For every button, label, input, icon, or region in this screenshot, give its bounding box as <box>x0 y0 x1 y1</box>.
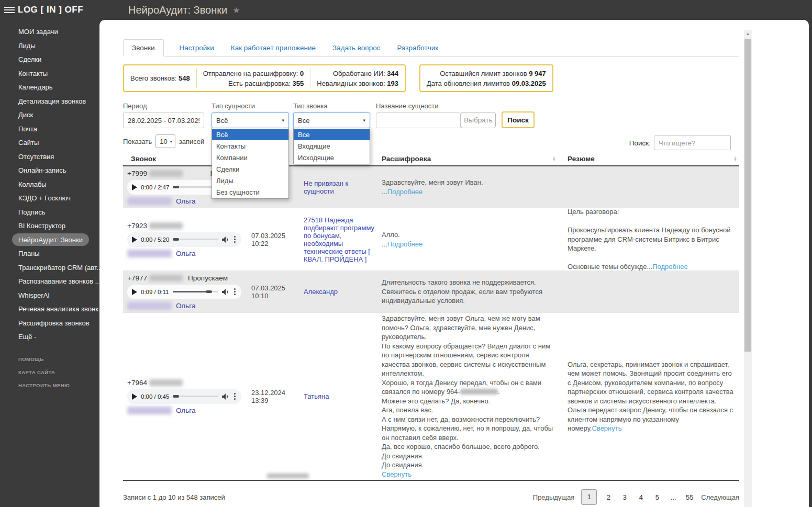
sidebar-item[interactable]: Онлайн-запись <box>12 164 73 177</box>
sidebar-item[interactable]: Лиды <box>12 39 42 52</box>
sidebar-item[interactable]: Коллабы <box>12 178 53 190</box>
audio-progress[interactable] <box>173 396 218 397</box>
sidebar-item[interactable]: НейроАудит: Звонки <box>12 233 89 246</box>
sidebar-item[interactable]: Контакты <box>12 67 54 80</box>
sidebar-item[interactable]: Отсутствия <box>12 150 60 163</box>
sidebar-footer-item[interactable]: КАРТА САЙТА <box>18 366 99 379</box>
sidebar-item[interactable]: Планы <box>12 247 46 260</box>
hamburger-menu-icon[interactable] <box>4 5 15 15</box>
sidebar-item[interactable]: Речевая аналитика звонк... <box>12 303 99 316</box>
choose-button[interactable]: Выбрать <box>461 112 496 128</box>
next-page-button[interactable]: Следующая <box>701 493 739 501</box>
contact-link[interactable]: Ольга <box>176 250 195 257</box>
volume-icon[interactable] <box>222 393 229 400</box>
sidebar-item[interactable]: Почта <box>12 122 43 135</box>
audio-progress[interactable] <box>173 291 219 292</box>
play-icon[interactable] <box>132 184 137 190</box>
audio-player[interactable]: 0:00 / 0:45 <box>127 389 241 404</box>
collapse-link[interactable]: Свернуть <box>592 424 621 432</box>
page-number[interactable]: 3 <box>620 493 629 501</box>
dropdown-option[interactable]: Без сущности <box>212 186 288 198</box>
expand-link[interactable]: Подробнее <box>387 188 422 196</box>
dropdown-option[interactable]: Всё <box>212 129 288 140</box>
entity-name-input[interactable] <box>376 112 461 128</box>
tab[interactable]: Задать вопрос <box>331 40 381 56</box>
sidebar-item[interactable]: МОИ задачи <box>12 26 64 38</box>
volume-icon[interactable] <box>222 289 229 295</box>
audio-progress[interactable] <box>173 239 218 240</box>
sidebar-item[interactable]: Детализация звонков <box>12 95 92 107</box>
sidebar-item[interactable]: WhisperAI <box>12 289 56 301</box>
sidebar-item[interactable]: КЭДО + Госключ <box>12 192 77 205</box>
call-type-select[interactable]: Все▾ <box>293 112 370 128</box>
page-numbers: 12345...55 <box>581 489 694 505</box>
more-options-icon[interactable] <box>233 392 237 401</box>
page-number[interactable]: 55 <box>685 493 694 501</box>
sort-icon[interactable]: ▲▼ <box>552 156 556 161</box>
sidebar-item[interactable]: Расшифровка звонков <box>12 317 96 329</box>
sidebar-item[interactable]: BI Конструктор <box>12 220 72 232</box>
tab[interactable]: Разработчик <box>396 40 439 56</box>
expand-link[interactable]: Подробнее <box>387 240 422 248</box>
audio-player[interactable]: 0:00 / 5:20 <box>127 232 241 247</box>
scrollbar[interactable]: ▲ <box>744 30 752 507</box>
scrollbar-thumb[interactable] <box>744 39 751 352</box>
volume-icon[interactable] <box>222 236 229 243</box>
quick-search-input[interactable] <box>654 136 731 150</box>
tab[interactable]: Настройки <box>179 40 215 56</box>
play-icon[interactable] <box>132 236 137 243</box>
sidebar-item[interactable]: Транскрибатор CRM (авт... <box>12 261 99 274</box>
sidebar-item[interactable]: Ещё - <box>12 331 43 343</box>
main-panel: ЗвонкиНастройкиКак работает приложениеЗа… <box>99 20 809 507</box>
contact-link[interactable]: Ольга <box>176 197 195 205</box>
contact-link[interactable]: Ольга <box>176 302 195 310</box>
dropdown-option[interactable]: Исходящие <box>294 152 370 163</box>
column-header-summary[interactable]: Резюме▲▼ <box>558 152 739 165</box>
table-row: +7977Пропускаем 0:09 / 0:11 Ольга 07.03.… <box>123 271 739 313</box>
sidebar-item[interactable]: Сделки <box>12 53 48 66</box>
more-options-icon[interactable] <box>233 235 237 244</box>
dropdown-option[interactable]: Лиды <box>212 175 288 186</box>
page-number[interactable]: 5 <box>652 493 662 501</box>
dropdown-option[interactable]: Компании <box>212 152 288 163</box>
sidebar-item[interactable]: Сайты <box>12 137 45 149</box>
collapse-link[interactable]: Свернуть <box>382 470 554 479</box>
sidebar-item[interactable]: Подпись <box>12 206 51 218</box>
dropdown-option[interactable]: Контакты <box>212 140 288 152</box>
sidebar-item[interactable]: Календарь <box>12 81 59 94</box>
audio-time: 0:00 / 0:45 <box>141 393 169 400</box>
app-logo[interactable]: LOG [ IN ] OFF <box>18 5 83 15</box>
dropdown-option[interactable]: Входящие <box>294 140 370 152</box>
entity-link[interactable]: Александр <box>304 288 375 296</box>
page-number[interactable]: 4 <box>636 493 646 501</box>
scroll-up-icon[interactable]: ▲ <box>744 31 752 36</box>
page-number[interactable]: 1 <box>581 489 597 505</box>
dropdown-option[interactable]: Сделки <box>212 163 288 175</box>
period-input[interactable] <box>123 112 204 128</box>
sidebar-item[interactable]: Распознавание звонков ... <box>12 275 99 288</box>
sidebar-item[interactable]: Диск <box>12 109 39 121</box>
prev-page-button[interactable]: Предыдущая <box>533 493 575 501</box>
play-icon[interactable] <box>132 289 137 295</box>
tab[interactable]: Как работает приложение <box>230 40 317 56</box>
play-icon[interactable] <box>132 393 137 400</box>
expand-link[interactable]: Подробнее <box>652 263 687 271</box>
page-number[interactable]: 2 <box>604 493 613 501</box>
sidebar-footer-item[interactable]: НАСТРОИТЬ МЕНЮ <box>18 379 99 392</box>
more-options-icon[interactable] <box>233 287 237 296</box>
contact-link[interactable]: Ольга <box>176 407 195 414</box>
entity-link[interactable]: 27518 Надежда подбирают программу по бон… <box>304 216 375 263</box>
entity-link[interactable]: Татьяна <box>304 392 375 400</box>
entity-type-select[interactable]: Всё▾ <box>212 112 289 128</box>
sort-icon[interactable]: ▲▼ <box>733 156 737 161</box>
sidebar-footer-item[interactable]: ПОМОЩЬ <box>18 353 99 366</box>
search-button[interactable]: Поиск <box>502 111 535 128</box>
page-number[interactable]: ... <box>669 493 678 501</box>
audio-player[interactable]: 0:09 / 0:11 <box>127 285 241 299</box>
entity-link[interactable]: Не привязан к сущности <box>304 179 375 195</box>
column-header-transcript[interactable]: Расшифровка▲▼ <box>375 152 558 165</box>
tab[interactable]: Звонки <box>123 39 164 57</box>
dropdown-option[interactable]: Все <box>294 129 370 140</box>
favorite-star-icon[interactable]: ★ <box>232 5 240 15</box>
page-size-select[interactable]: 10▾ <box>155 134 175 148</box>
